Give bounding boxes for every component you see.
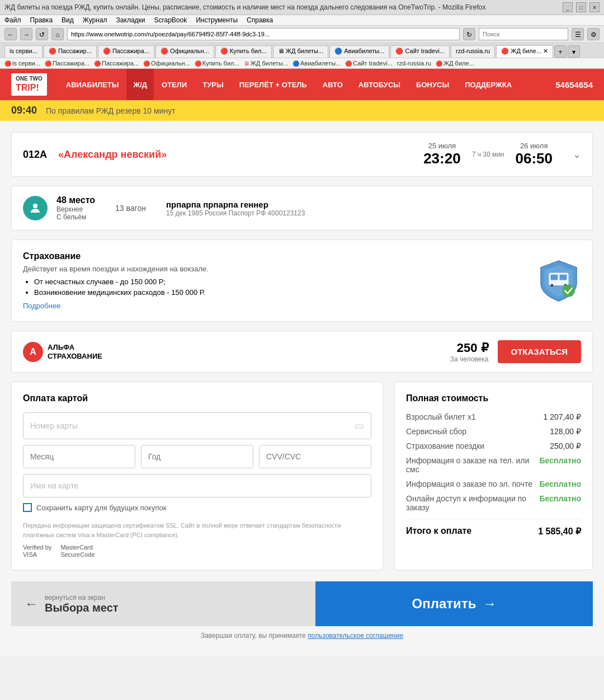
tab-1[interactable]: 🔴 Пассажир... <box>44 45 97 58</box>
bookmark-5[interactable]: 🖥 ЖД билеты... <box>244 60 288 67</box>
tab-2[interactable]: 🔴 Пассажира... <box>98 45 154 58</box>
nav-flight-hotel[interactable]: ПЕРЕЛЁТ + ОТЕЛЬ <box>232 69 315 100</box>
summary-label-4: Информация о заказе по эл. почте <box>406 480 532 488</box>
tab-8[interactable]: rzd-russia.ru <box>451 45 495 58</box>
card-name-placeholder: Имя на карте <box>30 481 78 490</box>
timer-bar: 09:40 По правилам РЖД резерв 10 минут <box>0 100 604 121</box>
train-info-card: 012А «Александр невский» 25 июля 23:20 7… <box>11 132 593 177</box>
menu-scrapbook[interactable]: ScrapBook <box>154 16 187 24</box>
nav-auto[interactable]: АВТО <box>315 69 351 100</box>
browser-search-input[interactable] <box>479 28 568 40</box>
bookmark-0[interactable]: 🔴 is серви... <box>4 60 40 67</box>
back-browser-button[interactable]: ← <box>4 28 17 40</box>
nav-rzd[interactable]: Ж/Д <box>126 69 154 100</box>
arrive-time: 06:50 <box>516 150 553 167</box>
bookmark-8[interactable]: rzd-russia.ru <box>397 60 431 67</box>
shield-icon <box>536 259 581 303</box>
menu-edit[interactable]: Правка <box>30 16 53 24</box>
reload-button[interactable]: ↻ <box>463 28 475 40</box>
passenger-avatar <box>23 196 48 220</box>
card-number-field[interactable]: Номер карты ▭ <box>23 412 371 439</box>
card-name-field[interactable]: Имя на карте <box>23 474 371 497</box>
bookmark-6[interactable]: 🔵 Авиабилеты... <box>292 60 341 67</box>
insurance-list: От несчастных случаев - до 150 000 Р; Во… <box>23 278 525 297</box>
bookmark-7[interactable]: 🔴 Сайт tradevi... <box>345 60 393 67</box>
back-to-seat-button[interactable]: ← вернуться на экран Выбора мест <box>11 581 315 626</box>
insurance-title: Страхование <box>23 251 525 261</box>
alfa-line1: АЛЬФА <box>48 343 102 352</box>
logo-line1: ONE TWO <box>16 76 43 82</box>
alfa-circle: А <box>23 342 43 362</box>
tab-6[interactable]: 🔵 Авиабилеты... <box>329 45 389 58</box>
tabs-dropdown[interactable]: ▾ <box>568 45 580 58</box>
nav-aviabilety[interactable]: АВИАБИЛЕТЫ <box>58 69 127 100</box>
terms-link[interactable]: пользовательское соглашение <box>308 632 403 640</box>
menu-help[interactable]: Справка <box>247 16 273 24</box>
address-bar[interactable] <box>67 28 460 40</box>
summary-row-3: Информация о заказе на тел. или смс Бесп… <box>406 456 581 474</box>
nav-hotels[interactable]: ОТЕЛИ <box>154 69 195 100</box>
menu-icon[interactable]: ☰ <box>572 28 584 40</box>
minimize-button[interactable]: _ <box>563 2 573 12</box>
card-cvv-input[interactable] <box>259 445 371 468</box>
mastercard-logo: MasterCard SecureCode <box>60 544 95 558</box>
tab-9-active[interactable]: 🔴 ЖД биле... ✕ <box>496 45 553 58</box>
nav-tours[interactable]: ТУРЫ <box>195 69 231 100</box>
tab-7[interactable]: 🔴 Сайт tradevi... <box>390 45 450 58</box>
tab-3[interactable]: 🔴 Официальн... <box>155 45 214 58</box>
new-tab-button[interactable]: + <box>554 45 567 58</box>
header-phone: 54654654 <box>555 80 593 90</box>
refresh-button[interactable]: ↺ <box>36 28 48 40</box>
card-year-input[interactable] <box>141 445 253 468</box>
refuse-insurance-button[interactable]: ОТКАЗАТЬСЯ <box>498 340 581 363</box>
bookmark-3[interactable]: 🔴 Официальн... <box>143 60 190 67</box>
browser-title: ЖД билеты на поезда РЖД, купить онлайн. … <box>4 3 485 11</box>
maximize-button[interactable]: □ <box>576 2 586 12</box>
bookmark-2[interactable]: 🔴 Пассажира... <box>94 60 139 67</box>
passenger-card: 48 место Верхнее С бельём 13 вагон прпар… <box>11 186 593 231</box>
menu-bookmarks[interactable]: Закладки <box>116 16 145 24</box>
card-month-input[interactable] <box>23 445 135 468</box>
nav-bonus[interactable]: БОНУСЫ <box>408 69 457 100</box>
svg-point-4 <box>551 284 554 286</box>
menu-history[interactable]: Журнал <box>83 16 107 24</box>
menu-view[interactable]: Вид <box>62 16 74 24</box>
menu-file[interactable]: Файл <box>4 16 21 24</box>
nav-support[interactable]: ПОДДЕРЖКА <box>457 69 520 100</box>
bookmarks-bar: 🔴 is серви... 🔴 Пассажира... 🔴 Пассажира… <box>0 58 604 69</box>
options-button[interactable]: ⚙ <box>587 28 600 40</box>
summary-value-3: Бесплатно <box>540 456 581 474</box>
close-button[interactable]: ✕ <box>589 2 600 12</box>
ssl-text: Передача информации защищена сертификато… <box>23 521 371 539</box>
summary-total-label: Итого к оплате <box>406 526 471 537</box>
bookmark-1[interactable]: 🔴 Пассажира... <box>45 60 89 67</box>
expand-button[interactable]: ⌄ <box>573 148 581 161</box>
bookmark-4[interactable]: 🔴 Купить бил... <box>195 60 239 67</box>
bookmark-9[interactable]: 🔴 ЖД биле... <box>436 60 474 67</box>
save-card-checkbox[interactable] <box>23 503 32 512</box>
insurance-card: Страхование Действует на время поездки и… <box>11 239 593 322</box>
summary-total-row: Итого к оплате 1 585,40 ₽ <box>406 519 581 537</box>
tab-4[interactable]: 🔴 Купить бил... <box>215 45 272 58</box>
home-button[interactable]: ⌂ <box>51 28 64 40</box>
passenger-seat: 48 место Верхнее С бельём <box>56 195 95 221</box>
browser-tabs: is серви... 🔴 Пассажир... 🔴 Пассажира...… <box>0 43 604 58</box>
passenger-info: прпарпа прпарпа геннер 15 дек 1985 Росси… <box>166 200 305 217</box>
insurance-bar: А АЛЬФА СТРАХОВАНИЕ 250 ₽ За человека ОТ… <box>11 331 593 373</box>
summary-row-1: Сервисный сбор 128,00 ₽ <box>406 427 581 436</box>
train-name: «Александр невский» <box>58 149 167 161</box>
visa-logo: Verified by VISA <box>23 544 51 558</box>
nav-buses[interactable]: АВТОБУСЫ <box>351 69 408 100</box>
tab-0[interactable]: is серви... <box>4 45 43 58</box>
insurance-logo-area <box>536 251 581 310</box>
site-logo[interactable]: ONE TWO TRIP! <box>11 73 47 95</box>
pay-button[interactable]: Оплатить → <box>315 581 593 626</box>
menu-tools[interactable]: Инструменты <box>196 16 238 24</box>
forward-browser-button[interactable]: → <box>20 28 32 40</box>
passenger-details: 15 дек 1985 Россия Паспорт РФ 4000123123 <box>166 209 305 217</box>
payment-card: Оплата картой Номер карты ▭ Имя на карте… <box>11 382 383 570</box>
seat-number: 48 место <box>56 195 95 205</box>
tab-5[interactable]: 🖥 ЖД билеты... <box>273 45 328 58</box>
insurance-price: 250 ₽ За человека <box>450 341 489 363</box>
insurance-more-link[interactable]: Подробнее <box>23 302 60 310</box>
